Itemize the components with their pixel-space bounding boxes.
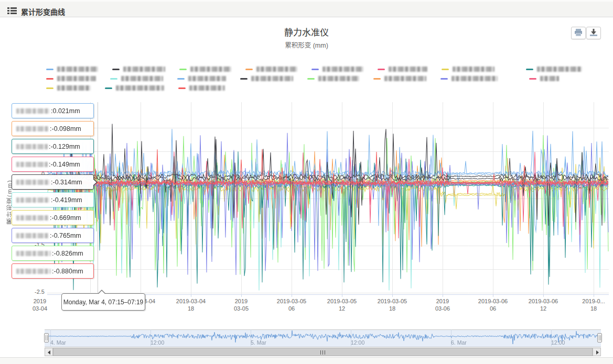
x-axis-tick-label: 201903-06 [417, 297, 468, 312]
legend-label-redacted [318, 76, 359, 81]
series-tooltip-box: :-0.669mm [12, 210, 94, 225]
series-tooltip-box: :-0.129mm [12, 139, 94, 154]
legend-label-redacted [188, 76, 226, 81]
series-tooltip-box: :-0.826mm [12, 246, 94, 261]
navigator-right-handle[interactable] [597, 333, 602, 343]
legend-line-icon [46, 69, 53, 70]
x-tooltip-text: Monday, Mar 4, 07:15–07:19 [63, 299, 144, 306]
legend-label-redacted [57, 85, 91, 91]
tooltip-value: :-0.149mm [49, 161, 80, 168]
chart-plot-area[interactable] [47, 102, 609, 294]
tooltip-series-name-redacted [16, 215, 49, 220]
chart-subtitle: 累积形变 (mm) [0, 40, 613, 50]
x-axis-tick-label: 2019-03-0506 [266, 297, 317, 312]
x-axis-tick-mark [392, 294, 393, 297]
legend-item[interactable] [46, 67, 98, 72]
printer-icon [574, 29, 583, 36]
tooltip-series-name-redacted [16, 180, 50, 185]
legend-item[interactable] [373, 76, 426, 81]
navigator-series[interactable] [45, 329, 601, 346]
download-icon [589, 29, 598, 36]
legend-label-redacted [540, 76, 559, 81]
legend-label-redacted [537, 67, 582, 72]
legend-item[interactable] [240, 76, 293, 81]
series-tooltip-box: :-0.419mm [12, 192, 94, 207]
chart-title: 静力水准仪 [0, 25, 613, 38]
tooltip-series-name-redacted [16, 251, 51, 256]
series-tooltip-box: :-0.098mm [12, 121, 94, 136]
legend-item[interactable] [529, 76, 559, 81]
legend-item[interactable] [105, 85, 164, 91]
print-button[interactable] [571, 27, 586, 39]
legend-item[interactable] [110, 76, 163, 81]
legend-line-icon [529, 78, 536, 80]
legend-line-icon [373, 78, 381, 80]
tooltip-value: :-0.314mm [51, 179, 82, 186]
legend-label-redacted [189, 85, 225, 91]
series-tooltip-box: :-0.314mm [12, 174, 94, 190]
legend-item[interactable] [245, 67, 297, 72]
x-axis-tick-label: 2019-0...18 [568, 297, 613, 312]
navigator-axis-label: 5. Mar [251, 339, 266, 346]
tooltip-value: :-0.669mm [50, 214, 81, 222]
navigator-axis-label: 12:00 [551, 339, 565, 346]
legend-item[interactable] [442, 67, 494, 72]
legend-label-redacted [57, 76, 96, 81]
legend-line-icon [179, 69, 187, 70]
legend-label-redacted [256, 67, 297, 72]
tooltip-value: :-0.098mm [50, 125, 81, 133]
legend-label-redacted [389, 67, 427, 72]
legend-label-redacted [322, 67, 363, 72]
scrollbar-left-button[interactable] [45, 348, 53, 356]
legend-item[interactable] [378, 67, 427, 72]
x-axis-tick-mark [443, 294, 443, 297]
legend-item[interactable] [177, 76, 226, 81]
legend-item[interactable] [179, 67, 231, 72]
legend-line-icon [311, 69, 319, 70]
legend-item[interactable] [307, 76, 359, 81]
navigator-left-handle[interactable] [44, 333, 49, 343]
tooltip-series-name-redacted [16, 162, 48, 167]
legend-line-icon [112, 69, 120, 70]
tooltip-value: :-0.765mm [50, 232, 81, 239]
tooltip-series-name-redacted [16, 269, 51, 274]
legend-line-icon [442, 69, 449, 70]
legend-item[interactable] [46, 76, 96, 81]
legend-item[interactable] [440, 76, 498, 81]
legend-line-icon [378, 69, 385, 70]
tooltip-series-name-redacted [16, 233, 49, 238]
legend [46, 64, 576, 93]
legend-line-icon [245, 69, 253, 70]
legend-item[interactable] [46, 85, 91, 91]
legend-label-redacted [57, 67, 98, 72]
x-axis-tick-mark [342, 294, 342, 297]
x-axis-tick-label: 2019-03-0512 [317, 297, 367, 312]
download-button[interactable] [586, 27, 601, 39]
tooltip-series-name-redacted [16, 144, 48, 149]
navigator-axis-label: 6. Mar [451, 339, 467, 346]
left-arrow-icon [48, 350, 50, 355]
navigator-axis-label: 4. Mar [50, 339, 66, 346]
tooltip-value: :-0.419mm [51, 196, 82, 204]
x-axis-tick-label: 201903-04 [15, 297, 65, 312]
legend-label-redacted [116, 85, 164, 91]
legend-line-icon [526, 69, 533, 70]
legend-item[interactable] [526, 67, 582, 72]
legend-line-icon [240, 78, 248, 80]
legend-line-icon [46, 78, 53, 80]
x-axis-tick-label: 201903-05 [216, 297, 266, 312]
x-axis-tick-mark [191, 294, 191, 297]
legend-line-icon [307, 78, 315, 80]
series-tooltip-box: :-0.765mm [12, 228, 94, 243]
legend-label-redacted [190, 67, 231, 72]
tooltip-value: :0.021mm [51, 107, 80, 115]
scrollbar-right-button[interactable] [593, 348, 601, 356]
list-icon [7, 7, 17, 15]
legend-item[interactable] [178, 85, 225, 91]
legend-item[interactable] [112, 67, 165, 72]
legend-line-icon [110, 78, 117, 80]
x-axis-tick-mark [292, 294, 292, 297]
legend-item[interactable] [311, 67, 363, 72]
scrollbar-thumb[interactable] [53, 348, 593, 356]
legend-label-redacted [453, 67, 494, 72]
